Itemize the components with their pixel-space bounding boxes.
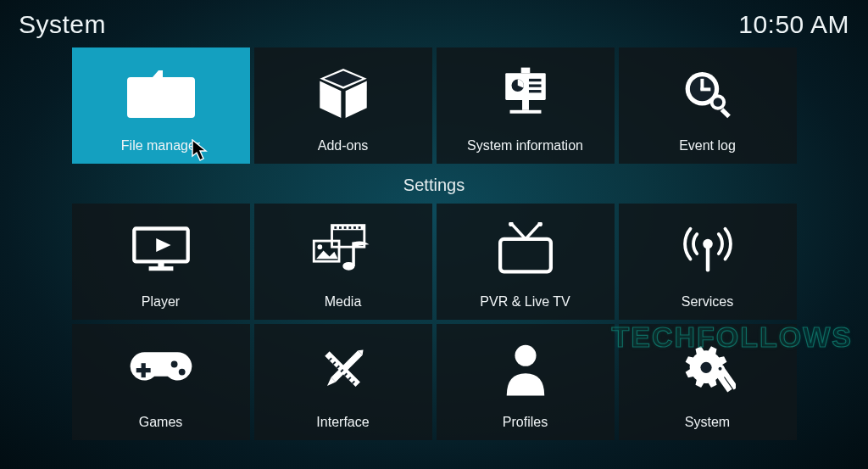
svg-rect-3 — [520, 67, 530, 73]
tile-label: Profiles — [503, 415, 548, 430]
svg-rect-23 — [348, 226, 351, 229]
tile-system[interactable]: System — [619, 324, 797, 440]
settings-section: Settings Player — [0, 164, 868, 440]
svg-point-37 — [170, 360, 177, 367]
clock-search-icon — [619, 47, 797, 138]
tile-label: Event log — [679, 138, 736, 154]
svg-point-27 — [317, 244, 322, 249]
tile-event-log[interactable]: Event log — [619, 47, 797, 164]
tile-profiles[interactable]: Profiles — [437, 324, 615, 440]
page-title: System — [19, 10, 106, 39]
monitor-play-icon — [72, 204, 250, 294]
svg-rect-16 — [148, 266, 173, 271]
svg-line-30 — [512, 224, 526, 238]
svg-rect-21 — [339, 226, 342, 229]
tile-interface[interactable]: Interface — [254, 324, 432, 440]
svg-rect-25 — [358, 226, 360, 229]
tv-icon — [437, 204, 615, 294]
svg-rect-17 — [158, 261, 164, 266]
tile-label: System — [685, 415, 730, 430]
svg-rect-14 — [720, 108, 730, 118]
tile-media[interactable]: Media — [254, 204, 432, 320]
svg-rect-1 — [522, 99, 529, 109]
presentation-icon — [437, 47, 615, 138]
svg-rect-29 — [500, 238, 551, 271]
tile-services[interactable]: Services — [619, 204, 797, 320]
tile-player[interactable]: Player — [72, 204, 250, 320]
svg-rect-2 — [509, 109, 541, 113]
svg-rect-20 — [334, 226, 337, 229]
svg-point-48 — [515, 344, 536, 366]
svg-rect-6 — [528, 84, 541, 87]
pencil-ruler-icon — [254, 324, 432, 415]
tile-system-information[interactable]: System information — [437, 47, 615, 164]
tile-label: Player — [142, 294, 180, 310]
svg-point-49 — [700, 361, 711, 372]
tile-file-manager[interactable]: File manager — [72, 47, 250, 164]
settings-grid: Player Media — [72, 204, 797, 440]
top-grid: File manager Add-ons — [72, 47, 797, 164]
svg-rect-7 — [528, 90, 541, 92]
clock: 10:50 AM — [738, 10, 849, 39]
broadcast-icon — [619, 204, 797, 294]
svg-point-13 — [713, 98, 722, 107]
user-icon — [437, 324, 615, 415]
tile-label: Services — [682, 294, 733, 310]
tile-label: Games — [139, 415, 183, 430]
svg-point-53 — [718, 366, 721, 370]
svg-point-28 — [342, 261, 354, 270]
tile-label: System information — [467, 138, 583, 154]
media-stack-icon — [254, 204, 432, 294]
box-icon — [254, 47, 432, 138]
svg-rect-36 — [136, 368, 150, 372]
tile-label: Add-ons — [318, 138, 369, 154]
tile-add-ons[interactable]: Add-ons — [254, 47, 432, 164]
gear-tools-icon — [619, 324, 797, 415]
svg-line-31 — [526, 224, 539, 238]
svg-rect-24 — [353, 226, 356, 229]
tile-games[interactable]: Games — [72, 324, 250, 440]
svg-rect-5 — [528, 78, 541, 81]
svg-rect-11 — [700, 87, 710, 91]
svg-point-38 — [178, 368, 185, 375]
svg-rect-22 — [343, 226, 346, 229]
settings-heading: Settings — [403, 176, 465, 195]
header-bar: System 10:50 AM — [0, 0, 868, 47]
folder-icon — [72, 47, 250, 138]
top-section: File manager Add-ons — [0, 47, 868, 164]
tile-label: PVR & Live TV — [480, 294, 570, 310]
tile-label: File manager — [121, 138, 200, 154]
gamepad-icon — [72, 324, 250, 415]
tile-label: Interface — [316, 415, 369, 430]
tile-label: Media — [325, 294, 362, 310]
tile-pvr-live-tv[interactable]: PVR & Live TV — [437, 204, 615, 320]
